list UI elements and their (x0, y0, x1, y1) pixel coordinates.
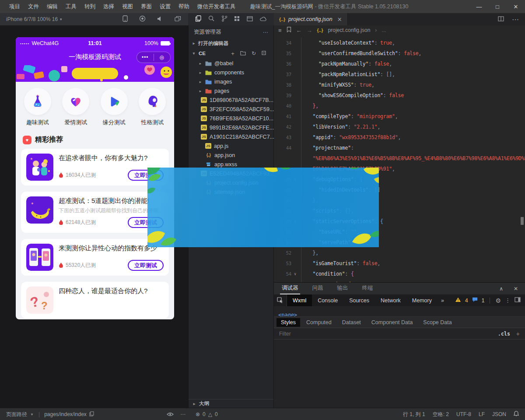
git-branch-icon[interactable] (221, 15, 228, 24)
cursor-position[interactable]: 行 1, 列 1 (403, 411, 425, 418)
explorer-item[interactable]: JS76B9FE638A52ABCF10... (189, 114, 273, 123)
quiz-card[interactable]: 超准测试：5道题测出你的潜能!下面的五道小测试题能帮你找到自己的潜能...621… (21, 192, 169, 233)
wxml-tree[interactable]: <page> (274, 306, 525, 317)
warning-icon[interactable] (455, 297, 461, 304)
maximize-button[interactable]: □ (488, 4, 507, 10)
debugger-tab-调试器[interactable]: 调试器 (280, 283, 300, 294)
speaker-icon[interactable] (157, 16, 163, 23)
devtools-tab-console[interactable]: Console (312, 294, 343, 306)
styles-tab-styles[interactable]: Styles (276, 318, 300, 327)
chevron-down-icon[interactable]: ▾ (30, 412, 34, 416)
styles-filter-input[interactable] (279, 331, 498, 337)
forward-icon[interactable]: → (307, 27, 312, 34)
devtools-tab-network[interactable]: Network (375, 294, 406, 306)
inspect-element-icon[interactable] (274, 294, 287, 306)
new-folder-icon[interactable] (240, 51, 246, 56)
window-icon[interactable] (247, 15, 253, 23)
styles-tab-dataset[interactable]: Dataset (338, 318, 365, 327)
cloud-icon[interactable] (260, 15, 267, 23)
copy-files-icon[interactable] (195, 15, 201, 24)
bookmark-icon[interactable] (287, 27, 291, 34)
cls-toggle[interactable]: .cls (498, 331, 510, 337)
grid-icon[interactable] (234, 15, 240, 23)
fold-chevron-icon[interactable]: ∨ (291, 272, 299, 276)
category-head[interactable]: 性格测试 (136, 88, 168, 126)
list-icon[interactable]: ≡ (278, 27, 282, 34)
menu-item[interactable]: 微信开发者工具 (193, 3, 240, 10)
language-mode[interactable]: JSON (492, 411, 506, 417)
outline-section[interactable]: ▸ 大纲 (189, 399, 273, 408)
refresh-icon[interactable]: ↻ (252, 50, 256, 56)
indent-setting[interactable]: 空格: 2 (433, 411, 449, 418)
devtools-tab-sources[interactable]: Sources (343, 294, 375, 306)
problems-group[interactable]: ⊗ 0 △ 0 (196, 408, 218, 420)
more-status-icon[interactable]: ⋯ (180, 408, 186, 420)
search-icon[interactable] (208, 15, 214, 23)
menu-item[interactable]: 视图 (118, 3, 137, 10)
menu-item[interactable]: 转到 (80, 3, 99, 10)
breadcrumb-more[interactable]: ... (382, 27, 386, 33)
preview-eye[interactable] (167, 408, 174, 420)
explorer-item[interactable]: ▸images (189, 77, 273, 86)
styles-tab-computed[interactable]: Computed (302, 318, 336, 327)
banner-illustration[interactable] (16, 65, 174, 82)
more-actions-icon[interactable]: ⋯ (512, 15, 519, 24)
menu-item[interactable]: 选择 (99, 3, 118, 10)
explorer-item[interactable]: JS3F2EFC058A52ABCF59... (189, 105, 273, 114)
devtools-tab-memory[interactable]: Memory (406, 294, 438, 306)
explorer-item[interactable]: JS1D8980678A52ABCF7B... (189, 95, 273, 105)
exit-target-icon[interactable]: ◎ (154, 54, 171, 60)
start-test-button[interactable]: 立即测试 (128, 260, 164, 271)
category-heart[interactable]: 爱情测试 (60, 88, 92, 126)
styles-tab-scope-data[interactable]: Scope Data (419, 318, 456, 327)
more-menu-icon[interactable]: ••• (137, 54, 154, 60)
collapse-panel-icon[interactable]: ∧ (499, 286, 503, 292)
record-icon[interactable] (139, 15, 146, 23)
settings-gear-icon[interactable]: ⚙ (495, 297, 501, 304)
message-icon[interactable] (472, 297, 478, 304)
tab-close-icon[interactable]: ✕ (337, 16, 342, 23)
collapse-all-icon[interactable] (262, 51, 267, 56)
more-tabs-icon[interactable]: » (438, 298, 448, 304)
category-triangle[interactable]: 缘分测试 (98, 88, 130, 126)
menu-item[interactable]: 工具 (62, 3, 80, 10)
wxml-node[interactable]: <page> (274, 312, 297, 317)
explorer-item[interactable]: JSapp.js (189, 141, 273, 150)
capsule-menu[interactable]: ••• ◎ (136, 52, 171, 63)
menu-item[interactable]: 界面 (137, 3, 156, 10)
quiz-card[interactable]: 来测测你让异性心动的指数有多少55320人已测立即测试 (21, 239, 169, 276)
close-button[interactable]: ✕ (507, 4, 525, 10)
menu-item[interactable]: 编辑 (43, 3, 62, 10)
open-editors-section[interactable]: ▸ 打开的编辑器 (189, 38, 273, 48)
debugger-tab-输出[interactable]: 输出 (336, 283, 350, 294)
explorer-item[interactable]: JS9891B2E68A52ABCFFE... (189, 123, 273, 132)
tab-project-config-json[interactable]: {..} project.config.json ✕ (274, 13, 348, 25)
copy-path-icon[interactable] (89, 411, 94, 418)
styles-tab-component-data[interactable]: Component Data (367, 318, 417, 327)
split-editor-icon[interactable] (498, 15, 504, 23)
back-icon[interactable]: ← (296, 27, 302, 34)
project-root[interactable]: ▾ CE +↻ (189, 48, 273, 59)
editor-scrollbar[interactable] (521, 217, 524, 225)
menu-item[interactable]: 设置 (156, 3, 175, 10)
dock-side-icon[interactable] (514, 297, 521, 304)
explorer-item[interactable]: ▸components (189, 68, 273, 77)
phone-icon[interactable] (122, 15, 128, 23)
explorer-item[interactable]: {..}app.json (189, 150, 273, 160)
new-file-icon[interactable]: + (231, 50, 234, 57)
eol-setting[interactable]: LF (479, 411, 485, 417)
menu-item[interactable]: 帮助 (175, 3, 193, 10)
explorer-more-icon[interactable]: ⋯ (263, 29, 269, 35)
page-path-label[interactable]: 页面路径 (6, 411, 27, 418)
devtools-tab-wxml[interactable]: Wxml (287, 294, 312, 306)
explorer-item[interactable]: ▸@babel (189, 59, 273, 68)
menu-item[interactable]: 文件 (24, 3, 43, 10)
page-path-value[interactable]: pages/index/index (44, 411, 87, 417)
debugger-tab-问题[interactable]: 问题 (311, 283, 325, 294)
breadcrumb-file[interactable]: project.config.json (328, 27, 371, 33)
quiz-card[interactable]: ??四种恋人，谁是最适合你的人? (21, 282, 169, 318)
explorer-item[interactable]: JSA1901C218A52ABCFC7... (189, 132, 273, 141)
kebab-menu-icon[interactable]: ⋮ (505, 297, 511, 304)
minimize-button[interactable]: — (470, 4, 488, 10)
menu-item[interactable]: 项目 (5, 3, 24, 10)
